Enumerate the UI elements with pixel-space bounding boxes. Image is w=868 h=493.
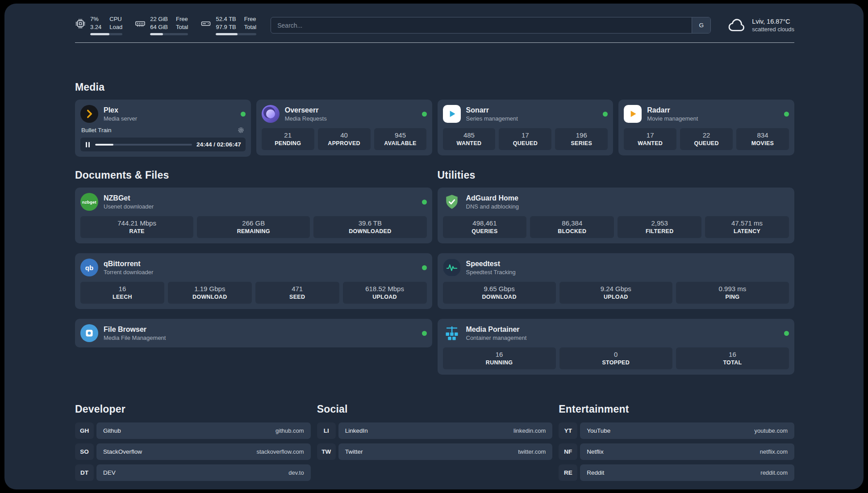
- stat-tile-download: 1.19 Gbps DOWNLOAD: [168, 282, 252, 304]
- stat-label: SERIES: [557, 140, 606, 146]
- qbittorrent-stats: 16 LEECH 1.19 Gbps DOWNLOAD 471 SEED 6: [80, 282, 427, 304]
- memory-total-value: 64 GiB: [150, 23, 168, 31]
- stat-value: 196: [557, 131, 606, 139]
- bookmark-name: YouTube: [587, 427, 610, 434]
- cpu-monitor: 7% 3.24 CPU Load: [75, 15, 122, 35]
- header-divider: [75, 42, 794, 43]
- player-controls: 24:44 / 02:06:47: [80, 138, 246, 151]
- radarr-name: Radarr: [647, 106, 698, 115]
- stat-tile-filtered: 2,953 FILTERED: [618, 216, 701, 238]
- card-plex[interactable]: Plex Media server Bullet Train: [75, 100, 251, 157]
- bookmark-twitter[interactable]: TW Twitter twitter.com: [317, 443, 553, 460]
- radarr-subtitle: Movie management: [647, 115, 698, 122]
- stat-tile-stopped: 0 STOPPED: [559, 347, 672, 369]
- speedtest-meta: Speedtest Speedtest Tracking: [466, 259, 516, 276]
- documents-stack: nzbget NZBGet Usenet downloader 744.21 M…: [75, 188, 432, 347]
- media-section-title: Media: [75, 81, 794, 93]
- filebrowser-subtitle: Media File Management: [104, 334, 166, 341]
- cpu-chip-icon: [75, 18, 86, 29]
- stat-label: TOTAL: [678, 359, 787, 366]
- pause-button[interactable]: [85, 142, 91, 147]
- bookmark-dev[interactable]: DT DEV dev.to: [75, 464, 311, 481]
- stat-tile-wanted: 17 WANTED: [624, 128, 676, 150]
- portainer-header: Media Portainer Container management: [443, 324, 789, 342]
- bookmark-url: stackoverflow.com: [256, 448, 304, 455]
- card-portainer[interactable]: Media Portainer Container management 16 …: [438, 319, 795, 375]
- cpu-usage-value: 7%: [90, 15, 101, 23]
- stat-tile-series: 196 SERIES: [555, 128, 608, 150]
- stat-tile-queued: 17 QUEUED: [499, 128, 551, 150]
- stat-label: PING: [678, 294, 787, 300]
- bookmark-netflix[interactable]: NF Netflix netflix.com: [559, 443, 794, 460]
- stat-tile-available: 945 AVAILABLE: [374, 128, 427, 150]
- stat-label: RUNNING: [445, 359, 554, 366]
- stat-value: 471: [257, 285, 338, 292]
- player-top-row: Bullet Train: [80, 126, 246, 134]
- stat-value: 17: [626, 131, 675, 139]
- bookmark-reddit[interactable]: RE Reddit reddit.com: [559, 464, 794, 481]
- stat-value: 16: [678, 351, 787, 358]
- plex-name: Plex: [104, 106, 137, 115]
- entertainment-section-title: Entertainment: [559, 403, 794, 415]
- card-overseerr[interactable]: Overseerr Media Requests 21 PENDING 40 A…: [256, 100, 432, 155]
- stat-value: 266 GB: [199, 219, 308, 227]
- bookmark-github[interactable]: GH Github github.com: [75, 422, 311, 439]
- bookmark-url: youtube.com: [755, 427, 788, 434]
- card-nzbget[interactable]: nzbget NZBGet Usenet downloader 744.21 M…: [75, 188, 432, 243]
- storage-progress-fill: [216, 33, 238, 35]
- card-radarr[interactable]: Radarr Movie management 17 WANTED 22 QUE…: [618, 100, 794, 155]
- nzbget-stats: 744.21 Mbps RATE 266 GB REMAINING 39.6 T…: [80, 216, 427, 238]
- card-filebrowser[interactable]: File Browser Media File Management: [75, 319, 432, 347]
- radarr-meta: Radarr Movie management: [647, 106, 698, 122]
- overseerr-swirl-icon: [262, 105, 280, 123]
- social-section-title: Social: [317, 403, 553, 415]
- bookmark-name: Github: [103, 427, 121, 434]
- stat-label: PENDING: [263, 140, 313, 146]
- stat-label: FILTERED: [619, 228, 700, 234]
- plex-now-playing-widget: Bullet Train 24:44 / 0: [80, 126, 246, 151]
- stat-label: SEED: [257, 294, 338, 300]
- card-speedtest[interactable]: Speedtest Speedtest Tracking 9.65 Gbps D…: [438, 253, 795, 309]
- filebrowser-status-dot: [422, 331, 427, 336]
- netflix-abbr-icon: NF: [559, 443, 577, 460]
- card-sonarr[interactable]: Sonarr Series management 485 WANTED 17 Q…: [438, 100, 613, 155]
- portainer-status-dot: [784, 331, 789, 336]
- stat-label: QUERIES: [445, 228, 525, 234]
- stat-label: RATE: [82, 228, 192, 234]
- widget-settings-gear-icon[interactable]: [237, 126, 245, 134]
- playback-time: 24:44 / 02:06:47: [196, 141, 241, 148]
- shield-check-icon: [443, 193, 461, 211]
- stat-value: 16: [82, 285, 163, 292]
- stat-label: WANTED: [445, 140, 494, 146]
- stat-label: MOVIES: [738, 140, 787, 146]
- qbittorrent-subtitle: Torrent downloader: [104, 269, 153, 276]
- reddit-abbr-icon: RE: [559, 464, 577, 481]
- sonarr-subtitle: Series management: [466, 115, 518, 122]
- card-qbittorrent[interactable]: qb qBittorrent Torrent downloader 16 LEE…: [75, 253, 432, 309]
- bookmark-stackoverflow[interactable]: SO StackOverflow stackoverflow.com: [75, 443, 311, 460]
- bookmark-bar: StackOverflow stackoverflow.com: [96, 443, 311, 460]
- overseerr-meta: Overseerr Media Requests: [285, 106, 327, 122]
- speedtest-stats: 9.65 Gbps DOWNLOAD 9.24 Gbps UPLOAD 0.99…: [443, 282, 789, 304]
- storage-total-value: 97.9 TB: [216, 23, 236, 31]
- storage-monitor: 52.4 TB 97.9 TB Free Total: [200, 15, 256, 35]
- bookmark-linkedin[interactable]: LI LinkedIn linkedin.com: [317, 422, 553, 439]
- github-abbr-icon: GH: [75, 422, 94, 439]
- stat-tile-movies: 834 MOVIES: [736, 128, 789, 150]
- stat-tile-upload: 618.52 Mbps UPLOAD: [343, 282, 427, 304]
- search-bar[interactable]: G: [271, 17, 711, 33]
- bookmark-youtube[interactable]: YT YouTube youtube.com: [559, 422, 794, 439]
- stat-label: UPLOAD: [345, 294, 425, 300]
- sonarr-status-dot: [603, 112, 608, 117]
- qbittorrent-name: qBittorrent: [104, 259, 153, 268]
- card-adguard[interactable]: AdGuard Home DNS and adblocking 498,461 …: [438, 188, 795, 243]
- middle-columns: Documents & Files nzbget NZBGet Usenet d…: [75, 169, 794, 375]
- speedtest-subtitle: Speedtest Tracking: [466, 269, 516, 276]
- stat-label: LATENCY: [707, 228, 787, 234]
- search-engine-button[interactable]: G: [692, 17, 710, 33]
- bookmark-name: Twitter: [345, 448, 363, 455]
- overseerr-stats: 21 PENDING 40 APPROVED 945 AVAILABLE: [262, 128, 427, 150]
- search-input[interactable]: [271, 17, 692, 33]
- cpu-monitor-body: 7% 3.24 CPU Load: [90, 15, 122, 35]
- seek-bar[interactable]: [95, 144, 192, 146]
